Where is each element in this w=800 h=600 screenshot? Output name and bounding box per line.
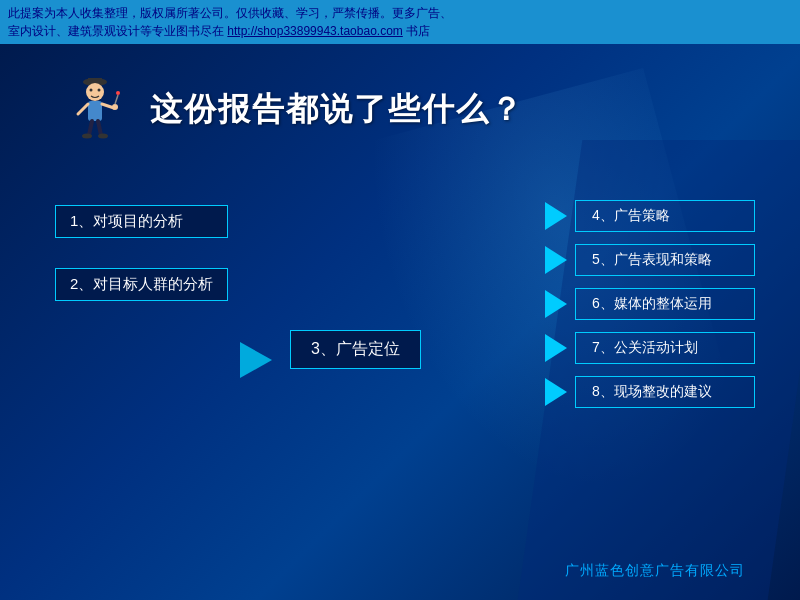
svg-point-8 — [112, 104, 118, 110]
left-column: 1、对项目的分析 2、对目标人群的分析 — [55, 205, 228, 301]
banner-line2-prefix: 室内设计、建筑景观设计等专业图书尽在 — [8, 24, 227, 38]
banner-line2-suffix: 书店 — [403, 24, 430, 38]
right-box-7: 7、公关活动计划 — [575, 332, 755, 364]
arrow-icon-5 — [545, 246, 567, 274]
right-item-5: 5、广告表现和策略 — [545, 244, 755, 276]
arrow-icon-7 — [545, 334, 567, 362]
svg-point-10 — [116, 91, 120, 95]
middle-box: 3、广告定位 — [290, 330, 421, 369]
right-box-4: 4、广告策略 — [575, 200, 755, 232]
right-item-4: 4、广告策略 — [545, 200, 755, 232]
banner-line2: 室内设计、建筑景观设计等专业图书尽在 http://shop33899943.t… — [8, 22, 792, 40]
arrow-icon-4 — [545, 202, 567, 230]
arrow-icon-6 — [545, 290, 567, 318]
svg-rect-5 — [88, 101, 102, 121]
character-illustration — [60, 70, 130, 150]
left-box-2: 2、对目标人群的分析 — [55, 268, 228, 301]
right-box-5: 5、广告表现和策略 — [575, 244, 755, 276]
svg-point-13 — [82, 134, 92, 139]
left-to-middle-arrow — [240, 342, 272, 378]
right-box-8: 8、现场整改的建议 — [575, 376, 755, 408]
main-slide: 这份报告都说了些什么？ 1、对项目的分析 2、对目标人群的分析 3、广告定位 4… — [0, 40, 800, 600]
right-column: 4、广告策略 5、广告表现和策略 6、媒体的整体运用 7、公关活动计划 8、现场… — [545, 200, 755, 408]
svg-point-3 — [90, 89, 93, 92]
svg-point-14 — [98, 134, 108, 139]
right-box-6: 6、媒体的整体运用 — [575, 288, 755, 320]
right-item-7: 7、公关活动计划 — [545, 332, 755, 364]
middle-column: 3、广告定位 — [290, 330, 421, 369]
right-item-8: 8、现场整改的建议 — [545, 376, 755, 408]
svg-line-12 — [98, 121, 101, 135]
svg-point-4 — [98, 89, 101, 92]
svg-line-6 — [78, 104, 88, 114]
svg-line-9 — [115, 95, 118, 104]
svg-point-2 — [86, 83, 104, 101]
arrow-icon-8 — [545, 378, 567, 406]
banner-link[interactable]: http://shop33899943.taobao.com — [227, 24, 402, 38]
title-area: 这份报告都说了些什么？ — [60, 70, 760, 150]
company-name: 广州蓝色创意广告有限公司 — [565, 562, 745, 580]
arrow-shape — [240, 342, 272, 378]
left-box-1: 1、对项目的分析 — [55, 205, 228, 238]
top-banner: 此提案为本人收集整理，版权属所著公司。仅供收藏、学习，严禁传播。更多广告、 室内… — [0, 0, 800, 44]
svg-line-11 — [89, 121, 92, 135]
right-item-6: 6、媒体的整体运用 — [545, 288, 755, 320]
slide-title: 这份报告都说了些什么？ — [150, 88, 524, 132]
banner-line1: 此提案为本人收集整理，版权属所著公司。仅供收藏、学习，严禁传播。更多广告、 — [8, 4, 792, 22]
